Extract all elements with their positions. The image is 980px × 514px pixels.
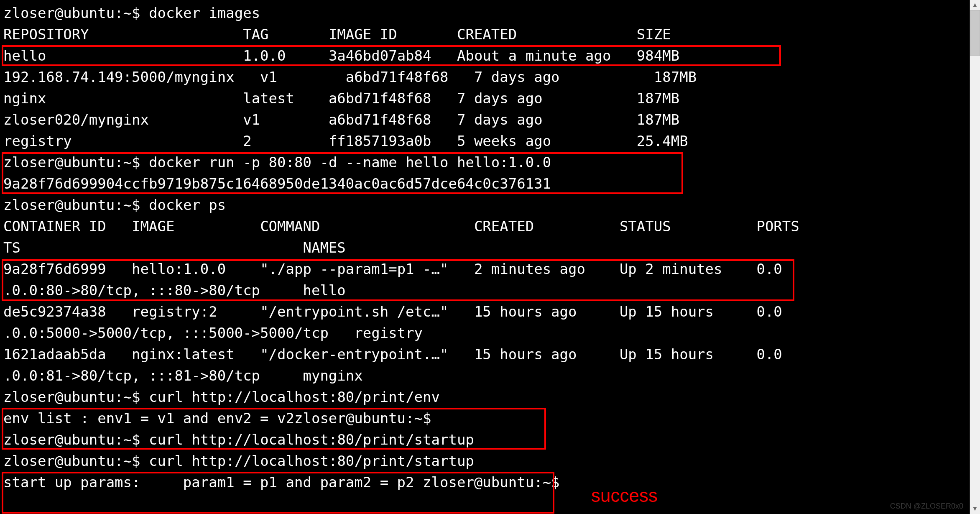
cmd-line-curl-env: zloser@ubuntu:~$ curl http://localhost:8…: [3, 386, 967, 408]
col-image-id: IMAGE ID: [329, 26, 397, 43]
ps-header-line1: CONTAINER ID IMAGE COMMAND CREATED STATU…: [3, 216, 967, 237]
col-repository: REPOSITORY: [3, 26, 89, 43]
image-row: hello 1.0.0 3a46bd07ab84 About a minute …: [3, 45, 967, 66]
scrollbar-up-arrow-icon[interactable]: ▲: [970, 0, 980, 10]
image-row: 192.168.74.149:5000/mynginx v1 a6bd71f48…: [3, 66, 967, 88]
watermark: CSDN @ZLOSER0x0: [890, 502, 963, 511]
ps-row-cont: .0.0:5000->5000/tcp, :::5000->5000/tcp r…: [3, 322, 967, 344]
scrollbar-track[interactable]: [970, 0, 980, 514]
ps-row: 1621adaab5da nginx:latest "/docker-entry…: [3, 344, 967, 365]
col-created: CREATED: [457, 26, 517, 43]
run-output: 9a28f76d699904ccfb9719b875c16468950de134…: [3, 173, 967, 194]
cmd-line-curl-startup-1: zloser@ubuntu:~$ curl http://localhost:8…: [3, 429, 967, 450]
col-size: SIZE: [637, 26, 671, 43]
ps-row: 9a28f76d6999 hello:1.0.0 "./app --param1…: [3, 258, 967, 280]
ps-row-cont: .0.0:80->80/tcp, :::80->80/tcp hello: [3, 280, 967, 301]
success-annotation: success: [591, 485, 658, 506]
terminal-output[interactable]: zloser@ubuntu:~$ docker imagesREPOSITORY…: [0, 0, 970, 514]
col-tag: TAG: [243, 26, 268, 43]
cmd-line-docker-ps: zloser@ubuntu:~$ docker ps: [3, 194, 967, 216]
scrollbar-thumb[interactable]: [970, 10, 980, 56]
curl-startup-output: start up params: param1 = p1 and param2 …: [3, 472, 967, 493]
cmd-line-curl-startup-2: zloser@ubuntu:~$ curl http://localhost:8…: [3, 450, 967, 472]
cmd-line-docker-images: zloser@ubuntu:~$ docker images: [3, 3, 967, 24]
images-header: REPOSITORY TAG IMAGE ID CREATED SIZE: [3, 24, 967, 45]
image-row: registry 2 ff1857193a0b 5 weeks ago 25.4…: [3, 130, 967, 152]
image-row: nginx latest a6bd71f48f68 7 days ago 187…: [3, 88, 967, 109]
ps-header-line2: TS NAMES: [3, 237, 967, 258]
ps-row: de5c92374a38 registry:2 "/entrypoint.sh …: [3, 301, 967, 322]
cmd-line-docker-run: zloser@ubuntu:~$ docker run -p 80:80 -d …: [3, 152, 967, 173]
curl-env-output: env list : env1 = v1 and env2 = v2zloser…: [3, 408, 967, 429]
scrollbar-down-arrow-icon[interactable]: ▼: [970, 504, 980, 514]
image-row: zloser020/mynginx v1 a6bd71f48f68 7 days…: [3, 109, 967, 130]
ps-row-cont: .0.0:81->80/tcp, :::81->80/tcp mynginx: [3, 365, 967, 386]
